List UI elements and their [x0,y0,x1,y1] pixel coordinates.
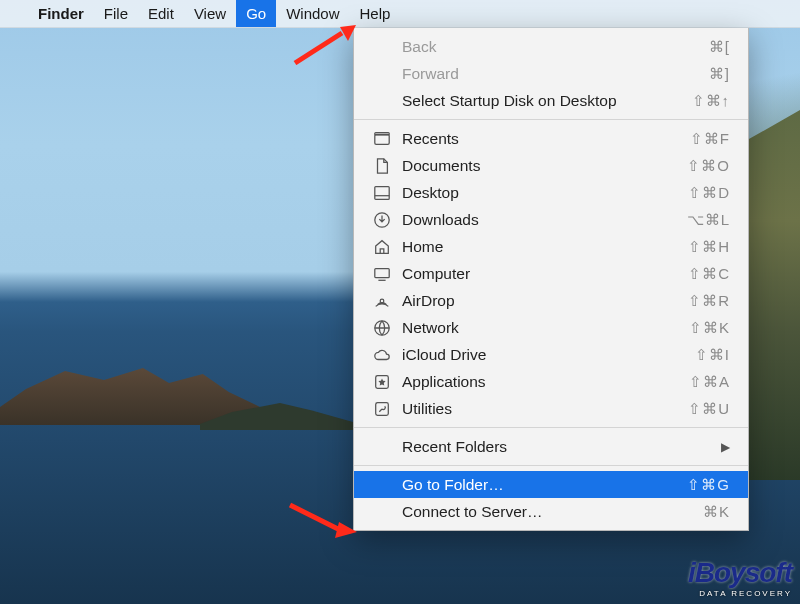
utilities-icon [372,400,392,418]
menu-item-icloud[interactable]: iCloud Drive ⇧⌘I [354,341,748,368]
desktop-icon [372,184,392,202]
menu-item-recents[interactable]: Recents ⇧⌘F [354,125,748,152]
wallpaper-island [0,365,260,425]
menu-window[interactable]: Window [276,0,349,27]
menu-separator [354,465,748,466]
menu-help[interactable]: Help [350,0,401,27]
menu-item-forward: Forward ⌘] [354,60,748,87]
menu-edit[interactable]: Edit [138,0,184,27]
home-icon [372,238,392,256]
menu-item-home[interactable]: Home ⇧⌘H [354,233,748,260]
menu-item-utilities[interactable]: Utilities ⇧⌘U [354,395,748,422]
menu-bar: Finder File Edit View Go Window Help [0,0,800,28]
menu-view[interactable]: View [184,0,236,27]
watermark-sub: DATA RECOVERY [688,589,792,598]
menu-separator [354,119,748,120]
menu-item-downloads[interactable]: Downloads ⌥⌘L [354,206,748,233]
menu-item-airdrop[interactable]: AirDrop ⇧⌘R [354,287,748,314]
menu-go[interactable]: Go [236,0,276,27]
airdrop-icon [372,292,392,310]
computer-icon [372,265,392,283]
menu-item-network[interactable]: Network ⇧⌘K [354,314,748,341]
menu-item-applications[interactable]: Applications ⇧⌘A [354,368,748,395]
menu-item-startup-disk[interactable]: Select Startup Disk on Desktop ⇧⌘↑ [354,87,748,114]
downloads-icon [372,211,392,229]
network-icon [372,319,392,337]
menu-item-computer[interactable]: Computer ⇧⌘C [354,260,748,287]
svg-rect-2 [375,186,389,199]
menu-item-documents[interactable]: Documents ⇧⌘O [354,152,748,179]
menu-item-desktop[interactable]: Desktop ⇧⌘D [354,179,748,206]
menu-item-connect-to-server[interactable]: Connect to Server… ⌘K [354,498,748,525]
menu-finder[interactable]: Finder [28,0,94,27]
applications-icon [372,373,392,391]
menu-file[interactable]: File [94,0,138,27]
menu-item-back: Back ⌘[ [354,33,748,60]
svg-rect-1 [375,132,389,134]
watermark: iBoysoft DATA RECOVERY [688,557,792,598]
menu-item-go-to-folder[interactable]: Go to Folder… ⇧⌘G [354,471,748,498]
svg-rect-0 [375,134,389,144]
menu-separator [354,427,748,428]
chevron-right-icon: ▶ [721,440,730,454]
recents-icon [372,130,392,148]
menu-item-recent-folders[interactable]: Recent Folders ▶ [354,433,748,460]
go-menu-dropdown: Back ⌘[ Forward ⌘] Select Startup Disk o… [353,28,749,531]
icloud-icon [372,346,392,364]
watermark-brand: iBoysoft [688,557,792,588]
documents-icon [372,157,392,175]
svg-rect-5 [375,268,389,277]
